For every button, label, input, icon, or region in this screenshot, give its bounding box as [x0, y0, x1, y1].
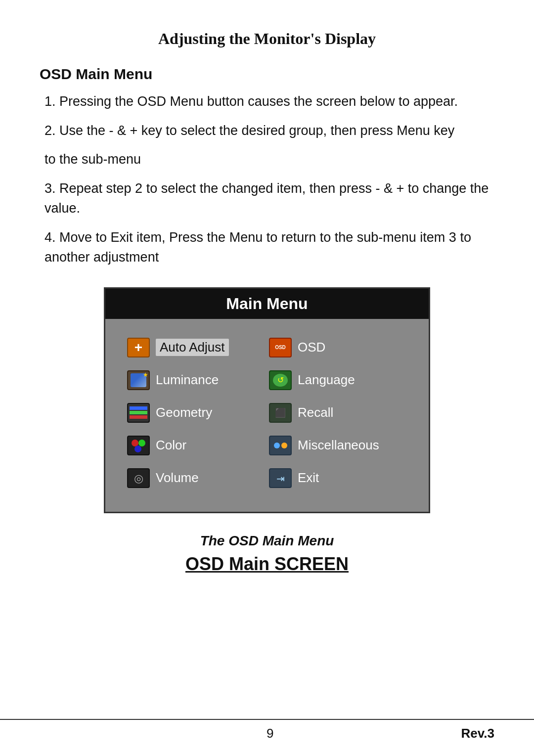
footer-page-number: 9 [79, 726, 461, 741]
menu-item-miscellaneous[interactable]: Miscellaneous [267, 432, 409, 459]
menu-item-osd[interactable]: OSD [267, 334, 409, 361]
miscellaneous-label: Miscellaneous [298, 438, 379, 453]
instruction-step2b: to the sub-menu [40, 149, 494, 170]
footer-revision: Rev.3 [461, 726, 494, 741]
menu-item-language[interactable]: Language [267, 366, 409, 394]
volume-icon [127, 468, 150, 488]
auto-adjust-label: Auto Adjust [156, 339, 229, 356]
auto-adjust-icon [127, 338, 150, 357]
exit-label: Exit [298, 470, 319, 486]
menu-item-color[interactable]: Color [125, 432, 267, 459]
osd-icon [269, 338, 292, 357]
instruction-step2: 2. Use the - & + key to select the desir… [40, 121, 494, 141]
luminance-icon [127, 370, 150, 390]
instruction-step3: 3. Repeat step 2 to select the changed i… [40, 178, 494, 219]
menu-item-volume[interactable]: Volume [125, 464, 267, 492]
osd-menu-grid: Auto Adjust OSD Luminance Language [105, 319, 429, 512]
luminance-label: Luminance [156, 372, 219, 388]
recall-icon [269, 403, 292, 423]
misc-icon [269, 436, 292, 455]
volume-label: Volume [156, 470, 199, 486]
menu-item-recall[interactable]: Recall [267, 399, 409, 427]
geometry-label: Geometry [156, 405, 212, 420]
page-footer: 9 Rev.3 [0, 719, 534, 741]
instruction-step1: 1. Pressing the OSD Menu button causes t… [40, 91, 494, 112]
language-icon [269, 370, 292, 390]
instruction-step4: 4. Move to Exit item, Press the Menu to … [40, 227, 494, 267]
osd-label: OSD [298, 340, 325, 355]
menu-item-luminance[interactable]: Luminance [125, 366, 267, 394]
page-title: Adjusting the Monitor's Display [40, 30, 494, 48]
geometry-icon [127, 403, 150, 423]
language-label: Language [298, 372, 355, 388]
osd-main-screen-title: OSD Main SCREEN [40, 554, 494, 575]
osd-diagram: Main Menu Auto Adjust OSD Luminance [104, 287, 430, 513]
color-icon [127, 436, 150, 455]
color-label: Color [156, 438, 186, 453]
section-heading: OSD Main Menu [40, 66, 494, 83]
menu-item-auto-adjust[interactable]: Auto Adjust [125, 334, 267, 361]
exit-icon [269, 468, 292, 488]
osd-diagram-title: Main Menu [105, 289, 429, 319]
menu-item-geometry[interactable]: Geometry [125, 399, 267, 427]
recall-label: Recall [298, 405, 333, 420]
osd-caption: The OSD Main Menu [40, 533, 494, 549]
menu-item-exit[interactable]: Exit [267, 464, 409, 492]
